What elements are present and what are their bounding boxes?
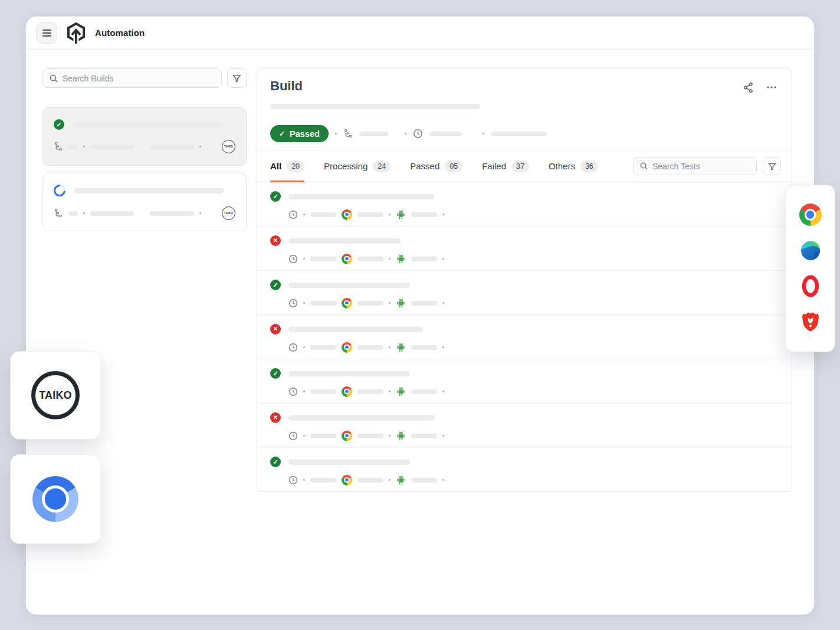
- separator-dot: [199, 146, 201, 147]
- skeleton-meta: [68, 211, 78, 216]
- tab-label: Others: [549, 161, 575, 171]
- build-status-badge: Passed: [270, 125, 329, 142]
- chrome-icon: [342, 298, 352, 309]
- skeleton-meta: [411, 257, 437, 261]
- separator-dot: [389, 214, 391, 215]
- separator-dot: [442, 346, 444, 348]
- build-status-icon: [54, 119, 64, 130]
- topbar: Automation: [26, 17, 814, 50]
- test-row[interactable]: [257, 315, 792, 359]
- test-status-icon: [270, 412, 281, 423]
- build-detail-panel: Build Passed: [257, 68, 792, 491]
- separator-dot: [442, 214, 444, 215]
- clock-icon: [288, 475, 298, 485]
- separator-dot: [303, 435, 305, 437]
- more-options-icon[interactable]: [766, 81, 777, 93]
- tab-count-badge: 37: [511, 160, 529, 172]
- separator-dot: [389, 258, 391, 260]
- app-logo-icon: [66, 22, 86, 44]
- build-card[interactable]: TAIKO: [42, 173, 247, 231]
- chrome-icon: [342, 431, 352, 441]
- skeleton-meta: [411, 345, 437, 350]
- edge-icon[interactable]: [799, 239, 822, 262]
- skeleton-meta: [411, 389, 437, 394]
- tab[interactable]: All 20: [270, 150, 304, 182]
- separator-dot: [303, 214, 305, 215]
- android-icon: [396, 430, 406, 441]
- taiko-card: TAIKO: [10, 351, 101, 439]
- build-title: Build: [270, 78, 779, 94]
- separator-dot: [442, 435, 444, 437]
- opera-icon[interactable]: [799, 275, 822, 297]
- skeleton-build-title: [74, 188, 224, 193]
- skeleton-meta: [357, 257, 383, 261]
- chrome-icon[interactable]: [799, 204, 822, 226]
- skeleton-test-title: [288, 415, 435, 421]
- search-tests-input[interactable]: [652, 162, 759, 171]
- test-row[interactable]: [257, 182, 792, 227]
- chrome-icon: [342, 254, 352, 264]
- separator-dot: [483, 133, 484, 134]
- share-icon[interactable]: [743, 82, 754, 93]
- skeleton-meta: [357, 345, 383, 350]
- skeleton-meta: [411, 478, 437, 483]
- separator-dot: [303, 302, 305, 304]
- brave-icon[interactable]: [799, 311, 822, 333]
- skeleton-meta: [310, 345, 336, 350]
- test-row[interactable]: [257, 403, 792, 448]
- search-icon: [639, 162, 648, 170]
- chromium-icon: [32, 476, 78, 522]
- skeleton-meta: [411, 212, 437, 217]
- filter-tests-button[interactable]: [763, 157, 781, 175]
- skeleton-meta: [357, 301, 383, 306]
- taiko-logo: TAIKO: [31, 371, 80, 419]
- tests-tabs-bar: All 20 Processing 24 Passed 05 Failed 37…: [257, 150, 792, 182]
- filter-builds-button[interactable]: [227, 68, 247, 88]
- skeleton-meta: [310, 389, 336, 394]
- build-header: Build Passed: [257, 68, 792, 150]
- skeleton-test-title: [288, 283, 410, 288]
- hamburger-menu-button[interactable]: [36, 22, 57, 44]
- separator-dot: [335, 133, 337, 134]
- skeleton-test-title: [288, 194, 435, 199]
- separator-dot: [303, 391, 305, 392]
- test-row[interactable]: [257, 359, 792, 403]
- search-builds-input[interactable]: [63, 74, 215, 83]
- separator-dot: [405, 133, 406, 134]
- test-row[interactable]: [257, 271, 792, 315]
- test-row[interactable]: [257, 448, 792, 492]
- separator-dot: [83, 212, 85, 214]
- separator-dot: [442, 479, 444, 481]
- tab-count-badge: 24: [373, 160, 391, 172]
- clock-icon: [288, 254, 298, 264]
- skeleton-meta: [491, 132, 547, 136]
- tab-count-badge: 20: [287, 160, 304, 172]
- separator-dot: [389, 435, 391, 437]
- builds-sidebar: TAIKO: [42, 68, 247, 238]
- search-builds-box: [42, 68, 222, 88]
- build-card[interactable]: TAIKO: [42, 107, 247, 166]
- separator-dot: [389, 391, 391, 392]
- skeleton-test-title: [288, 371, 410, 376]
- skeleton-meta: [90, 145, 134, 149]
- tab[interactable]: Failed 37: [482, 150, 529, 182]
- skeleton-build-subtitle: [270, 104, 480, 109]
- skeleton-meta: [310, 257, 336, 261]
- tab[interactable]: Passed 05: [410, 150, 462, 182]
- separator-dot: [442, 302, 444, 304]
- tab[interactable]: Others 36: [549, 150, 598, 182]
- separator-dot: [389, 479, 391, 481]
- taiko-badge: TAIKO: [222, 140, 235, 153]
- skeleton-test-title: [288, 460, 410, 465]
- chrome-icon: [342, 342, 352, 353]
- separator-dot: [389, 302, 391, 304]
- skeleton-test-title: [288, 327, 423, 332]
- skeleton-meta: [357, 478, 383, 483]
- test-row[interactable]: [257, 227, 792, 271]
- skeleton-meta: [357, 212, 383, 217]
- tab[interactable]: Processing 24: [324, 150, 391, 182]
- android-icon: [396, 253, 406, 264]
- test-status-icon: [270, 324, 281, 334]
- test-status-icon: [270, 235, 281, 246]
- separator-dot: [199, 212, 201, 214]
